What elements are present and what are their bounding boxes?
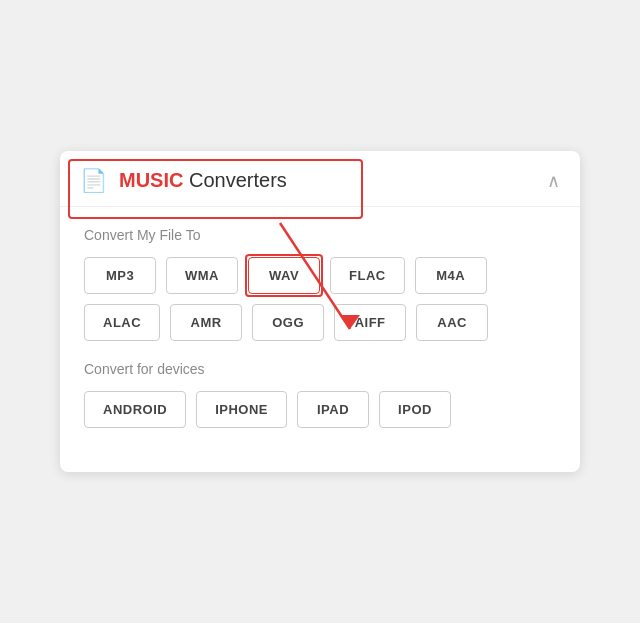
format-btn-aac[interactable]: AAC: [416, 304, 488, 341]
format-btn-flac[interactable]: FLAC: [330, 257, 405, 294]
device-btn-ipod[interactable]: IPOD: [379, 391, 451, 428]
format-btn-aiff[interactable]: AIFF: [334, 304, 406, 341]
file-icon: 📄: [80, 170, 107, 192]
header-left: 📄 MUSIC Converters: [80, 169, 287, 192]
format-btn-m4a[interactable]: M4A: [415, 257, 487, 294]
format-btn-ogg[interactable]: OGG: [252, 304, 324, 341]
collapse-button[interactable]: ∧: [547, 170, 560, 192]
format-btn-alac[interactable]: ALAC: [84, 304, 160, 341]
card-body: Convert My File To MP3WMAWAVFLACM4AALACA…: [60, 207, 580, 472]
card-header: 📄 MUSIC Converters ∧: [60, 151, 580, 207]
device-btn-iphone[interactable]: IPHONE: [196, 391, 287, 428]
wav-highlight-box: [245, 254, 323, 297]
device-btn-android[interactable]: ANDROID: [84, 391, 186, 428]
convert-file-label: Convert My File To: [84, 227, 556, 243]
format-btn-wav[interactable]: WAV: [248, 257, 320, 294]
music-converters-card: 📄 MUSIC Converters ∧ Convert My File To …: [60, 151, 580, 472]
devices-grid: ANDROIDIPHONEIPADIPOD: [84, 391, 556, 428]
convert-devices-label: Convert for devices: [84, 361, 556, 377]
format-grid: MP3WMAWAVFLACM4AALACAMROGGAIFFAAC: [84, 257, 556, 341]
format-btn-mp3[interactable]: MP3: [84, 257, 156, 294]
music-label: MUSIC: [119, 169, 183, 191]
format-btn-amr[interactable]: AMR: [170, 304, 242, 341]
format-btn-wma[interactable]: WMA: [166, 257, 238, 294]
device-btn-ipad[interactable]: IPAD: [297, 391, 369, 428]
converters-label: Converters: [183, 169, 286, 191]
page-title: MUSIC Converters: [119, 169, 287, 192]
